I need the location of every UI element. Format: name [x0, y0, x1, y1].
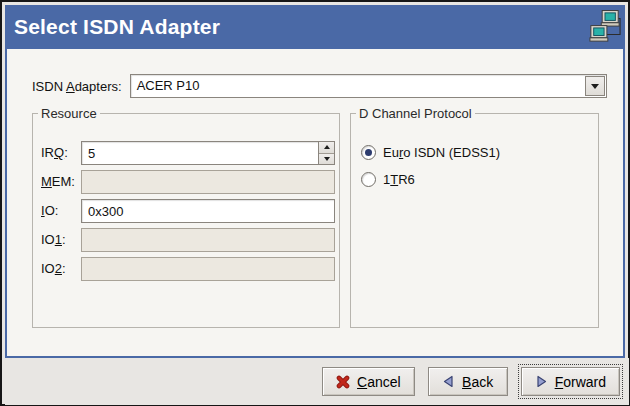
io2-input	[81, 257, 335, 281]
io-input[interactable]	[81, 199, 335, 223]
back-label: Back	[462, 374, 493, 390]
spin-up-button[interactable]	[319, 142, 334, 153]
arrow-right-icon	[535, 375, 548, 388]
dialog-title: Select ISDN Adapter	[5, 15, 220, 39]
chevron-down-icon	[591, 84, 599, 89]
forward-button[interactable]: Forward	[521, 367, 620, 396]
cancel-button[interactable]: Cancel	[322, 367, 415, 396]
io-row: IO:	[33, 199, 339, 223]
title-bar: Select ISDN Adapter	[5, 5, 625, 49]
radio-euro-isdn[interactable]: Euro ISDN (EDSS1)	[361, 144, 500, 160]
isdn-adapters-label: ISDN Adapters:	[32, 79, 122, 94]
io1-input	[81, 228, 335, 252]
mem-input	[81, 170, 335, 194]
euro-isdn-label: Euro ISDN (EDSS1)	[383, 145, 500, 160]
spin-down-button[interactable]	[319, 153, 334, 165]
resource-frame: Resource IRQ: MEM: IO:	[32, 106, 340, 328]
red-x-icon	[336, 375, 350, 389]
mem-row: MEM:	[33, 170, 339, 194]
network-computers-icon	[589, 8, 621, 46]
chevron-up-icon	[324, 145, 330, 149]
d-channel-protocol-frame: D Channel Protocol Euro ISDN (EDSS1) 1TR…	[350, 106, 599, 328]
irq-spinbutton	[81, 141, 335, 165]
forward-label: Forward	[555, 374, 606, 390]
cancel-label: Cancel	[357, 374, 401, 390]
io1-label: IO1:	[41, 228, 66, 252]
io2-label: IO2:	[41, 257, 66, 281]
radio-button-icon[interactable]	[361, 172, 376, 187]
button-bar: Cancel Back Forward	[5, 358, 629, 405]
io1-row: IO1:	[33, 228, 339, 252]
adapter-row: ISDN Adapters: ACER P10	[32, 74, 607, 98]
mem-label: MEM:	[41, 170, 75, 194]
irq-input[interactable]	[82, 142, 318, 164]
irq-label: IRQ:	[41, 141, 68, 165]
io2-row: IO2:	[33, 257, 339, 281]
dialog-content: ISDN Adapters: ACER P10 Resource IRQ:	[5, 49, 625, 358]
combobox-value: ACER P10	[137, 75, 200, 97]
back-button[interactable]: Back	[428, 367, 508, 396]
d-channel-protocol-legend: D Channel Protocol	[356, 106, 475, 121]
isdn-adapter-combobox[interactable]: ACER P10	[130, 74, 607, 98]
irq-spin-buttons	[318, 142, 334, 164]
1tr6-label: 1TR6	[383, 172, 415, 187]
radio-button-selected-icon[interactable]	[361, 145, 376, 160]
irq-row: IRQ:	[33, 141, 339, 165]
dialog-window: Select ISDN Adapter ISDN Adapters: ACER …	[0, 0, 630, 406]
radio-1tr6[interactable]: 1TR6	[361, 171, 415, 187]
resource-legend: Resource	[38, 106, 100, 121]
io-label: IO:	[41, 199, 58, 223]
arrow-left-icon	[442, 375, 455, 388]
chevron-down-icon	[324, 157, 330, 161]
combobox-dropdown-button[interactable]	[585, 76, 605, 96]
